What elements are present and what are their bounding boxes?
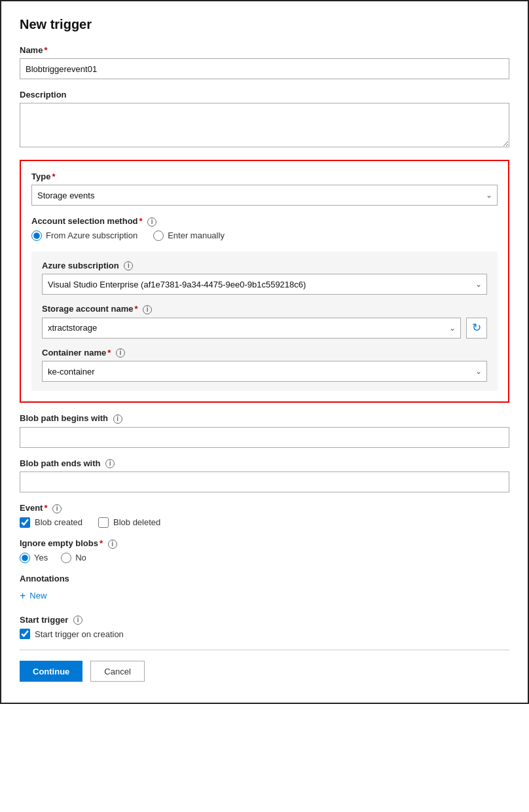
event-checkbox-row: Blob created Blob deleted (20, 517, 509, 528)
azure-subscription-label: Azure subscription i (42, 261, 487, 271)
page-title: New trigger (20, 17, 509, 32)
start-trigger-checkbox[interactable] (20, 629, 30, 639)
footer-row: Continue Cancel (20, 661, 509, 682)
name-input[interactable] (20, 58, 509, 79)
radio-enter-manually[interactable]: Enter manually (153, 231, 225, 241)
account-selection-radio-group: From Azure subscription Enter manually (31, 231, 498, 241)
radio-from-azure-label: From Azure subscription (46, 231, 137, 240)
event-info-icon: i (52, 504, 62, 513)
subscription-inner-section: Azure subscription i Visual Studio Enter… (31, 251, 498, 392)
storage-account-field-group: Storage account name* i xtractstorage ⌄ … (42, 304, 487, 339)
storage-account-select-wrapper: xtractstorage ⌄ (42, 318, 461, 339)
blob-deleted-label: Blob deleted (113, 517, 160, 527)
blob-path-begins-label: Blob path begins with i (20, 413, 509, 424)
type-field-group: Type* Storage events ⌄ (31, 172, 498, 206)
blob-deleted-checkbox-item[interactable]: Blob deleted (98, 517, 160, 528)
storage-events-section: Type* Storage events ⌄ Account selection… (20, 160, 509, 403)
blob-created-checkbox-item[interactable]: Blob created (20, 517, 82, 528)
continue-button[interactable]: Continue (20, 661, 82, 682)
description-label: Description (20, 90, 509, 100)
type-label: Type* (31, 172, 498, 181)
azure-subscription-info-icon: i (124, 261, 133, 270)
account-selection-label: Account selection method* i (31, 216, 498, 227)
type-select[interactable]: Storage events (31, 185, 498, 206)
start-trigger-info-icon: i (73, 616, 82, 625)
account-selection-field-group: Account selection method* i From Azure s… (31, 216, 498, 241)
azure-subscription-field-group: Azure subscription i Visual Studio Enter… (42, 261, 487, 295)
footer-divider (20, 650, 509, 650)
azure-subscription-select-wrapper: Visual Studio Enterprise (af1e7381-9a34-… (42, 274, 487, 295)
start-trigger-checkbox-label: Start trigger on creation (35, 629, 124, 639)
radio-from-azure[interactable]: From Azure subscription (31, 231, 137, 241)
account-selection-info-icon: i (147, 217, 156, 227)
blob-path-ends-input[interactable] (20, 471, 509, 492)
ignore-empty-blobs-field-group: Ignore empty blobs* i Yes No (20, 538, 509, 563)
add-new-annotation-button[interactable]: + New (20, 587, 46, 604)
blob-path-ends-info-icon: i (105, 459, 115, 468)
azure-subscription-select[interactable]: Visual Studio Enterprise (af1e7381-9a34-… (42, 274, 487, 295)
start-trigger-field-group: Start trigger i Start trigger on creatio… (20, 615, 509, 640)
container-name-info-icon: i (116, 348, 125, 358)
ignore-empty-blobs-info-icon: i (108, 540, 117, 549)
blob-path-begins-field-group: Blob path begins with i (20, 413, 509, 448)
storage-account-info-icon: i (143, 305, 152, 314)
event-label: Event* i (20, 503, 509, 513)
radio-yes[interactable]: Yes (20, 553, 48, 563)
annotations-section: Annotations + New (20, 574, 509, 604)
name-field-group: Name* (20, 45, 509, 79)
blob-path-ends-field-group: Blob path ends with i (20, 458, 509, 493)
blob-created-checkbox[interactable] (20, 517, 30, 528)
name-required: * (44, 45, 47, 55)
blob-deleted-checkbox[interactable] (98, 517, 109, 528)
container-name-select[interactable]: ke-container (42, 361, 487, 382)
ignore-empty-blobs-radio-group: Yes No (20, 553, 509, 563)
blob-path-begins-info-icon: i (113, 415, 122, 424)
radio-yes-label: Yes (34, 553, 48, 563)
name-label: Name* (20, 45, 509, 55)
blob-created-label: Blob created (35, 517, 82, 527)
start-trigger-label: Start trigger i (20, 615, 509, 625)
refresh-icon: ↻ (472, 321, 481, 335)
cancel-button[interactable]: Cancel (90, 661, 144, 682)
blob-path-begins-input[interactable] (20, 427, 509, 448)
storage-account-refresh-button[interactable]: ↻ (466, 318, 487, 339)
storage-account-label: Storage account name* i (42, 304, 487, 314)
add-new-annotation-label: New (29, 591, 46, 600)
plus-icon: + (20, 590, 26, 602)
storage-account-select[interactable]: xtractstorage (42, 318, 461, 339)
container-name-select-wrapper: ke-container ⌄ (42, 361, 487, 382)
description-input[interactable] (20, 103, 509, 147)
container-name-label: Container name* i (42, 348, 487, 358)
description-field-group: Description (20, 90, 509, 149)
type-select-wrapper: Storage events ⌄ (31, 185, 498, 206)
storage-account-row: xtractstorage ⌄ ↻ (42, 318, 487, 339)
event-field-group: Event* i Blob created Blob deleted (20, 503, 509, 528)
start-trigger-checkbox-item[interactable]: Start trigger on creation (20, 629, 509, 639)
radio-no[interactable]: No (61, 553, 86, 563)
container-name-field-group: Container name* i ke-container ⌄ (42, 348, 487, 382)
radio-enter-manually-label: Enter manually (168, 231, 225, 240)
annotations-label: Annotations (20, 574, 509, 583)
radio-no-label: No (75, 553, 86, 563)
ignore-empty-blobs-label: Ignore empty blobs* i (20, 538, 509, 549)
blob-path-ends-label: Blob path ends with i (20, 458, 509, 469)
